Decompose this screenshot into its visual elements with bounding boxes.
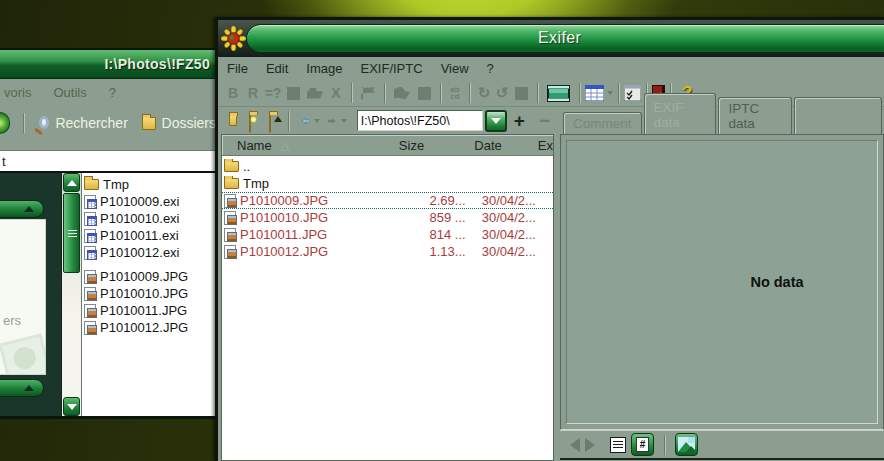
column-name[interactable]: Name △ [222, 138, 399, 153]
text-view-button[interactable] [610, 437, 626, 453]
back-history-dropdown-icon[interactable] [314, 119, 320, 123]
menu-help[interactable]: ? [109, 85, 116, 100]
open-tool-icon[interactable] [307, 88, 323, 99]
options-checklist-icon[interactable] [624, 85, 641, 101]
folder-icon [269, 114, 271, 133]
table-row[interactable]: P1010010.JPG 859 ... 30/04/2... [222, 209, 553, 226]
forward-arrow-icon[interactable] [328, 115, 336, 127]
values-view-button[interactable]: # [631, 433, 654, 456]
table-view-icon[interactable] [585, 85, 604, 101]
forward-history-dropdown-icon[interactable] [341, 119, 347, 123]
disabled-tool-icon[interactable] [287, 87, 300, 100]
search-button[interactable]: Rechercher [55, 115, 127, 131]
list-item[interactable]: P1010011.exi [84, 227, 216, 244]
next-image-button[interactable] [585, 438, 595, 452]
table-row[interactable]: Tmp [222, 175, 553, 192]
file-name: P1010009.JPG [240, 193, 328, 208]
list-item[interactable]: P1010012.JPG [84, 319, 216, 336]
toolbar-separator [579, 83, 580, 103]
open-folder-icon[interactable] [229, 115, 237, 126]
explorer-menu-bar: voris Outils ? [0, 79, 216, 106]
exifer-title-text: Exifer [538, 29, 581, 47]
disabled-tool-icon[interactable] [418, 87, 431, 100]
task-pane-header[interactable] [0, 200, 44, 218]
menu-favoris-fragment[interactable]: voris [4, 85, 31, 100]
list-item[interactable]: P1010012.exi [84, 244, 216, 261]
table-row[interactable]: P1010012.JPG 1.13... 30/04/2... [222, 243, 553, 260]
address-dropdown-button[interactable] [485, 110, 507, 132]
flag-tool-icon[interactable] [361, 87, 375, 100]
collapse-arrow-icon[interactable] [24, 385, 34, 391]
explorer-scrollbar[interactable] [61, 173, 82, 416]
rotate-cw-icon[interactable]: ↻ [475, 84, 493, 102]
up-one-level-icon[interactable] [269, 115, 277, 127]
tab-custom-view[interactable]: Custom view [794, 97, 882, 134]
menu-view[interactable]: View [432, 61, 478, 76]
tab-exif-data[interactable]: EXIF data [644, 93, 717, 134]
exifer-window: Exifer File Edit Image EXIF/IPTC View ? … [215, 17, 884, 461]
r-tool-button[interactable]: R [243, 85, 263, 101]
remove-favorite-button[interactable]: − [532, 110, 557, 132]
bold-tool-button[interactable]: B [223, 85, 243, 101]
column-exif[interactable]: Ex [538, 138, 553, 153]
list-item[interactable]: P1010011.JPG [84, 302, 216, 319]
exifer-main: Name △ Size Date Ex .. Tmp P1010009.JP [221, 134, 884, 461]
address-text-fragment: t [2, 154, 6, 169]
back-arrow-icon[interactable] [302, 115, 310, 127]
menu-file[interactable]: File [218, 61, 257, 76]
menu-outils[interactable]: Outils [53, 85, 86, 100]
list-item[interactable]: P1010010.JPG [84, 285, 216, 302]
favorites-folder-icon[interactable] [249, 115, 257, 127]
collapse-arrow-icon[interactable] [24, 206, 34, 212]
folder-icon [249, 114, 251, 133]
list-item[interactable]: P1010010.exi [84, 210, 216, 227]
jpg-file-icon [84, 270, 96, 284]
previous-image-button[interactable] [570, 438, 580, 452]
menu-exif-iptc[interactable]: EXIF/IPTC [352, 61, 432, 76]
delete-tool-button[interactable]: X [326, 85, 346, 101]
menu-help[interactable]: ? [478, 61, 503, 76]
filmstrip-view-icon[interactable] [547, 85, 570, 102]
task-pane-text-fragment-2: ers [3, 313, 21, 328]
rename-tool-icon[interactable]: ab cd [446, 86, 464, 100]
exifer-app-icon[interactable] [221, 26, 246, 51]
rotate-ccw-icon[interactable]: ↺ [493, 84, 511, 102]
scroll-down-button[interactable] [63, 397, 80, 416]
list-item[interactable]: P1010009.JPG [84, 268, 216, 285]
scroll-up-button[interactable] [63, 173, 80, 192]
disabled-tool-icon[interactable] [515, 87, 528, 100]
table-row[interactable]: P1010011.JPG 814 ... 30/04/2... [222, 226, 553, 243]
list-item[interactable]: P1010009.exi [84, 193, 216, 210]
add-favorite-button[interactable]: + [507, 110, 532, 132]
hash-doc-icon: # [636, 437, 649, 452]
menu-image[interactable]: Image [297, 61, 351, 76]
explorer-title-bar[interactable]: I:\Photos\!FZ50 [0, 50, 216, 79]
column-size[interactable]: Size [399, 138, 474, 153]
file-date: 30/04/2... [468, 210, 553, 225]
table-view-dropdown-icon[interactable] [607, 91, 613, 95]
address-input[interactable]: I:\Photos\!FZ50\ [357, 110, 483, 131]
scrollbar-thumb[interactable] [63, 193, 80, 273]
task-pane-header-2[interactable] [0, 379, 44, 397]
exifer-title-bar[interactable]: Exifer [218, 20, 884, 57]
up-button-icon[interactable] [0, 112, 10, 134]
exi-file-icon [84, 246, 96, 260]
explorer-window: I:\Photos\!FZ50 voris Outils ? Recherche… [0, 48, 216, 419]
menu-edit[interactable]: Edit [257, 61, 297, 76]
folders-icon [142, 117, 156, 130]
thumbnail-view-button[interactable] [675, 433, 698, 456]
compare-tool-button[interactable]: =? [263, 85, 283, 101]
folders-button[interactable]: Dossiers [162, 115, 216, 131]
column-date[interactable]: Date [474, 138, 538, 153]
explorer-address-bar[interactable]: t [0, 151, 216, 173]
file-name: P1010011.JPG [240, 227, 327, 242]
copy-tool-icon[interactable] [394, 87, 410, 100]
list-item[interactable]: Tmp [84, 176, 216, 193]
table-row-selected[interactable]: P1010009.JPG 2.69... 30/04/2... [222, 192, 553, 209]
tab-iptc-data[interactable]: IPTC data [718, 97, 792, 134]
file-name: P1010012.exi [100, 245, 180, 260]
exi-file-icon [84, 229, 96, 243]
tab-comment[interactable]: Comment [563, 112, 642, 134]
toolbar-separator [351, 83, 352, 103]
table-row[interactable]: .. [222, 158, 553, 175]
